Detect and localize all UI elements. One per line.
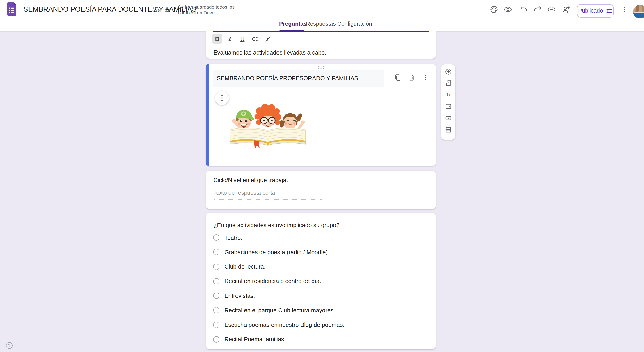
option-row: Recital en residencia o centro de día.	[213, 278, 344, 284]
focused-field-underline	[213, 31, 430, 32]
option-row: Recital en el parque Club lectura mayore…	[213, 307, 344, 314]
drag-handle-icon[interactable]	[318, 66, 324, 69]
option-label[interactable]: Teatro.	[224, 234, 242, 241]
underline-button[interactable]: U	[238, 34, 248, 44]
option-row: Escucha poemas en nuestro Blog de poemas…	[213, 321, 344, 328]
add-video-icon[interactable]	[444, 114, 452, 122]
save-status: Se han guardado todos los cambios en Dri…	[178, 4, 234, 15]
option-label[interactable]: Recital Poema familias.	[224, 336, 286, 343]
bold-button[interactable]: B	[212, 34, 222, 44]
option-label[interactable]: Club de lectura.	[224, 263, 266, 270]
google-forms-editor: SEMBRANDO POESÍA PARA DOCENTES Y FAMILIA…	[0, 0, 644, 352]
forms-logo-icon[interactable]	[6, 2, 17, 16]
insert-link-button[interactable]	[250, 34, 260, 44]
option-row: Club de lectura.	[213, 263, 344, 270]
add-image-icon[interactable]	[444, 103, 452, 110]
tab-respuestas[interactable]: Respuestas	[306, 21, 336, 27]
tune-icon	[606, 8, 612, 14]
short-answer-question-card[interactable]: Ciclo/Nivel en el que trabaja. Texto de …	[206, 171, 436, 209]
option-row: Entrevistas.	[213, 292, 344, 299]
text-format-toolbar: B I U	[212, 34, 273, 44]
children-reading-illustration[interactable]	[221, 97, 314, 150]
question-title[interactable]: ¿En qué actividades estuvo implicado su …	[214, 222, 339, 228]
radio-icon[interactable]	[213, 234, 220, 241]
help-icon[interactable]: ?	[6, 342, 12, 348]
add-shortcut-drive-icon[interactable]	[152, 4, 162, 15]
option-label[interactable]: Entrevistas.	[224, 292, 255, 299]
delete-icon[interactable]	[408, 74, 416, 81]
radio-icon[interactable]	[213, 336, 220, 342]
kebab-icon[interactable]	[422, 74, 430, 81]
insert-toolbar: Tт	[441, 64, 455, 140]
radio-icon[interactable]	[213, 249, 220, 255]
form-description-text[interactable]: Evaluamos las actividades llevadas a cab…	[214, 49, 326, 56]
radio-icon[interactable]	[213, 278, 220, 284]
tab-preguntas[interactable]: Preguntas	[279, 21, 307, 27]
card-actions	[394, 74, 430, 81]
import-questions-icon[interactable]	[444, 80, 452, 87]
account-avatar[interactable]	[633, 5, 644, 18]
choice-question-card[interactable]: ¿En qué actividades estuvo implicado su …	[206, 212, 436, 349]
option-row: Recital Poema familias.	[213, 336, 344, 343]
radio-icon[interactable]	[213, 292, 220, 299]
option-label[interactable]: Recital en residencia o centro de día.	[224, 278, 321, 284]
form-description-card[interactable]: B I U Evaluamos las actividades llevadas…	[206, 31, 436, 58]
add-question-icon[interactable]	[444, 68, 452, 75]
link-icon[interactable]	[546, 4, 557, 15]
app-header: SEMBRANDO POESÍA PARA DOCENTES Y FAMILIA…	[0, 0, 644, 32]
clear-formatting-button[interactable]	[263, 34, 273, 44]
option-row: Teatro.	[213, 234, 344, 241]
publish-button[interactable]: Publicado	[577, 4, 614, 18]
radio-icon[interactable]	[213, 322, 220, 328]
add-title-icon[interactable]: Tт	[444, 91, 452, 98]
undo-icon[interactable]	[518, 4, 529, 15]
tab-configuracion[interactable]: Configuración	[337, 21, 372, 27]
option-row: Grabaciones de poesía (radio / Moodle).	[213, 249, 344, 256]
person-add-icon[interactable]	[560, 4, 571, 15]
option-label[interactable]: Recital en el parque Club lectura mayore…	[224, 307, 335, 314]
preview-eye-icon[interactable]	[502, 4, 513, 15]
question-title[interactable]: Ciclo/Nivel en el que trabaja.	[214, 177, 288, 184]
image-title-card-selected[interactable]: SEMBRANDO POESÍA PROFESORADO Y FAMILIAS	[206, 64, 436, 166]
redo-icon[interactable]	[532, 4, 543, 15]
image-title-input[interactable]: SEMBRANDO POESÍA PROFESORADO Y FAMILIAS	[213, 70, 384, 87]
option-label[interactable]: Grabaciones de poesía (radio / Moodle).	[224, 249, 329, 256]
star-icon[interactable]	[162, 4, 172, 15]
radio-icon[interactable]	[213, 264, 220, 270]
short-answer-placeholder: Texto de respuesta corta	[214, 190, 322, 200]
options-list: Teatro. Grabaciones de poesía (radio / M…	[213, 234, 344, 343]
selected-card-indicator	[206, 64, 208, 166]
add-section-icon[interactable]	[444, 126, 452, 134]
option-label[interactable]: Escucha poemas en nuestro Blog de poemas…	[224, 321, 344, 328]
italic-button[interactable]: I	[225, 34, 235, 44]
radio-icon[interactable]	[213, 307, 220, 314]
active-tab-indicator	[280, 30, 304, 31]
kebab-menu-icon[interactable]	[619, 4, 630, 15]
palette-icon[interactable]	[488, 4, 499, 15]
duplicate-icon[interactable]	[394, 74, 402, 81]
